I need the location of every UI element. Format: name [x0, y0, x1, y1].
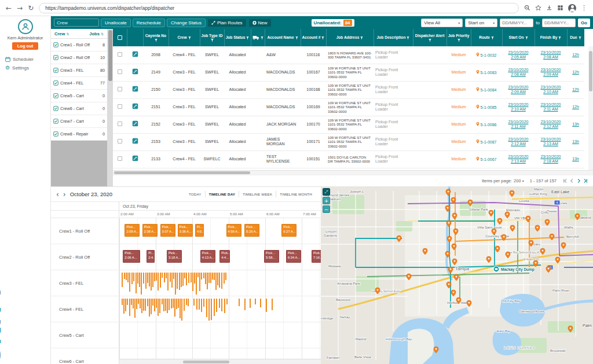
timeline-job-bar[interactable]	[206, 299, 207, 317]
timeline-job-bar[interactable]	[149, 273, 150, 286]
plan-routes-button[interactable]: Plan Routes	[207, 19, 247, 27]
timeline-job-bar[interactable]	[139, 273, 140, 287]
crew-row[interactable]: Crew4 - FEL77	[51, 77, 107, 90]
timeline-job-bar[interactable]	[169, 299, 170, 310]
column-header[interactable]: Start On	[502, 29, 535, 46]
crew-search-input[interactable]	[54, 19, 99, 27]
timeline-job-bar[interactable]	[221, 273, 222, 289]
timeline-job-bar[interactable]	[224, 299, 225, 313]
timeline-job-bar[interactable]	[171, 273, 173, 288]
finish-by-link[interactable]: 23/10/20202:09 AM	[540, 68, 561, 76]
scrollbar-thumb[interactable]	[589, 51, 592, 91]
timeline-track[interactable]	[119, 270, 321, 296]
crew-column-header[interactable]: Crew ⇅	[54, 31, 69, 36]
unallocate-button[interactable]: Unallocate	[101, 19, 131, 27]
timeline-job-bar[interactable]	[167, 273, 169, 291]
route-link[interactable]: 5-1-0087	[480, 140, 496, 144]
start-on-link[interactable]: 23/10/20202:05 AM	[508, 50, 528, 59]
edit-job-button[interactable]	[132, 106, 138, 110]
timeline-job-bar[interactable]	[122, 299, 123, 305]
row-checkbox[interactable]	[118, 69, 122, 74]
due-link[interactable]: 12h	[572, 87, 579, 91]
timeline-job-bar[interactable]	[127, 299, 128, 305]
download-icon[interactable]	[546, 5, 552, 11]
last-page-icon[interactable]	[583, 178, 588, 183]
filter-icon[interactable]	[321, 36, 324, 39]
job-row[interactable]: 2152Crew3 - FELSWFELAllocatedJACK MORGAN…	[113, 116, 584, 133]
column-header[interactable]: Job Description	[374, 29, 413, 46]
route-link[interactable]: 5-1-0085	[480, 105, 496, 109]
row-checkbox[interactable]	[118, 156, 122, 161]
due-link[interactable]: 13h	[572, 157, 579, 161]
sidebar-item-scheduler[interactable]: Scheduler	[0, 55, 50, 64]
timeline-job-bar[interactable]	[186, 299, 187, 305]
timeline-job-bar[interactable]	[255, 299, 256, 304]
timeline-job-block[interactable]: Pick...4:56 A...	[226, 224, 241, 237]
map-canvas[interactable]: East LakeMartinLuther KingConesLouisaRee…	[321, 186, 593, 364]
edit-job-button[interactable]	[132, 89, 138, 93]
column-header[interactable]	[251, 29, 265, 46]
bookmark-star-icon[interactable]	[535, 5, 541, 11]
refresh-icon[interactable]: ↻	[28, 5, 34, 12]
timeline-job-bar[interactable]	[193, 299, 195, 306]
route-link[interactable]: 5-1-0086	[480, 123, 496, 127]
edit-job-button[interactable]	[132, 141, 138, 145]
timeline-job-bar[interactable]	[188, 273, 189, 283]
timeline-job-bar[interactable]	[216, 299, 217, 312]
timeline-job-bar[interactable]	[159, 299, 160, 313]
start-on-link[interactable]: 23/10/20202:12 AM	[508, 137, 528, 146]
url-bar[interactable]: https://tampademo.univerus.com/dispatche…	[39, 3, 519, 13]
timeline-job-bar[interactable]	[184, 299, 185, 311]
timeline-job-bar[interactable]	[196, 273, 197, 295]
timeline-job-bar[interactable]	[143, 299, 144, 311]
timeline-job-bar[interactable]	[136, 299, 137, 309]
timeline-job-bar[interactable]	[266, 299, 267, 312]
crew-row[interactable]: Crew6 - Cart0	[51, 102, 107, 115]
timeline-job-bar[interactable]	[154, 299, 155, 311]
timeline-job-bar[interactable]	[205, 273, 206, 284]
timeline-job-bar[interactable]	[199, 273, 200, 291]
filter-icon[interactable]	[579, 36, 581, 39]
job-table-vscrollbar[interactable]	[588, 46, 593, 170]
timeline-job-bar[interactable]	[197, 273, 199, 277]
timeline-job-bar[interactable]	[125, 299, 126, 311]
timeline-view-today[interactable]: TODAY	[185, 191, 205, 197]
timeline-job-bar[interactable]	[173, 299, 174, 308]
filter-icon[interactable]	[155, 39, 158, 42]
timeline-job-bar[interactable]	[133, 299, 134, 308]
timeline-job-bar[interactable]	[181, 273, 182, 287]
timeline-job-block[interactable]: Pick...3:18 A...	[167, 250, 182, 263]
timeline-track[interactable]	[119, 322, 321, 348]
timeline-job-block[interactable]: Pick...2:06 A...	[123, 250, 140, 263]
timeline-track[interactable]: Pick...2:09 A...Pick...2:38 A...Pick...3…	[119, 218, 321, 244]
timeline-job-block[interactable]: Pick...4:4...	[219, 250, 230, 263]
map-panel[interactable]: East LakeMartinLuther KingConesLouisaRee…	[321, 186, 593, 364]
timeline-job-bar[interactable]	[225, 273, 226, 280]
timeline-job-bar[interactable]	[149, 299, 150, 317]
start-on-select[interactable]: Start on▾	[465, 19, 497, 27]
start-on-link[interactable]: 23/10/20202:09 AM	[508, 85, 528, 94]
filter-icon[interactable]	[558, 36, 561, 39]
timeline-job-bar[interactable]	[192, 273, 193, 291]
sidebar-item-settings[interactable]: ⚙ Settings	[0, 64, 50, 72]
due-link[interactable]: 13h	[572, 122, 579, 126]
job-row[interactable]: 2153Crew3 - FELSWFELAllocatedJAMES MORGA…	[113, 133, 584, 150]
timeline-job-bar[interactable]	[170, 273, 171, 282]
filter-icon[interactable]	[295, 36, 298, 39]
timeline-job-bar[interactable]	[140, 299, 141, 308]
route-link[interactable]: 5-1-0067	[480, 157, 496, 161]
job-row[interactable]: 2149Crew3 - FELSWFELAllocatedMACDONALDS1…	[113, 64, 584, 81]
filter-icon[interactable]	[525, 36, 528, 39]
edit-job-button[interactable]	[132, 123, 138, 127]
timeline-job-bar[interactable]	[217, 273, 218, 285]
filter-icon[interactable]	[429, 39, 431, 42]
finish-by-link[interactable]: 23/10/20202:13 AM	[540, 137, 561, 146]
timeline-job-bar[interactable]	[178, 299, 179, 308]
column-header[interactable]: Cayenta No	[143, 29, 169, 46]
start-on-link[interactable]: 23/10/20202:11 AM	[508, 120, 528, 128]
timeline-job-bar[interactable]	[137, 273, 138, 284]
job-row[interactable]: 2098Crew4 - FELSWFELAllocatedA&W10011618…	[113, 46, 584, 64]
timeline-job-bar[interactable]	[260, 299, 261, 307]
timeline-job-bar[interactable]	[214, 273, 215, 280]
timeline-job-block[interactable]: Pick...4:13 A...	[200, 250, 215, 263]
